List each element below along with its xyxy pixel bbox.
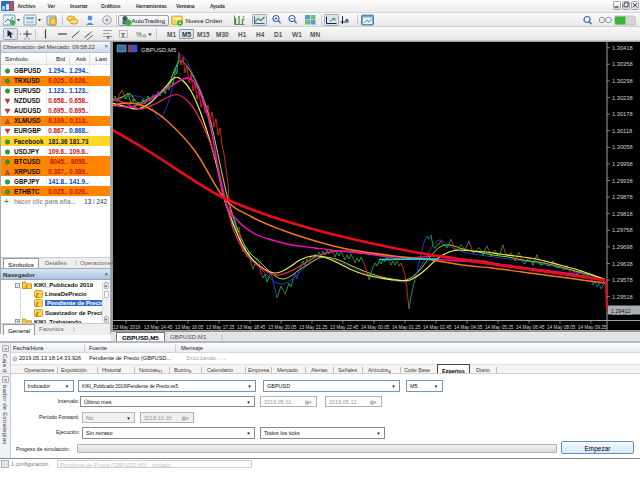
svg-text:1.29818: 1.29818	[612, 211, 633, 217]
svg-text:14 May 05:25: 14 May 05:25	[485, 325, 514, 330]
svg-text:1.30358: 1.30358	[612, 61, 633, 67]
svg-text:13 May 17:25: 13 May 17:25	[206, 325, 235, 330]
svg-text:T: T	[121, 32, 125, 38]
svg-text:1.29518: 1.29518	[612, 294, 633, 300]
svg-text:13 May 20:05: 13 May 20:05	[268, 325, 297, 330]
svg-text:13 May 21:25: 13 May 21:25	[299, 325, 328, 330]
svg-text:14 May 01:25: 14 May 01:25	[392, 325, 421, 330]
svg-text:%: %	[136, 31, 142, 38]
svg-text:13 May 22:45: 13 May 22:45	[330, 325, 359, 330]
svg-text:1.30058: 1.30058	[612, 144, 633, 150]
svg-text:14 May 04:05: 14 May 04:05	[454, 325, 483, 330]
svg-text:14 May 02:45: 14 May 02:45	[423, 325, 452, 330]
svg-text:1.29938: 1.29938	[612, 178, 633, 184]
svg-text:1.29638: 1.29638	[612, 261, 633, 267]
svg-text:GBPUSD,M5: GBPUSD,M5	[141, 47, 177, 53]
svg-text:14 May 06:45: 14 May 06:45	[516, 325, 545, 330]
svg-text:1.29998: 1.29998	[612, 161, 633, 167]
svg-text:1.29698: 1.29698	[612, 244, 633, 250]
svg-text:1.29758: 1.29758	[612, 227, 633, 233]
svg-text:14 May 09:25: 14 May 09:25	[578, 325, 607, 330]
svg-text:14 May 00:05: 14 May 00:05	[361, 325, 390, 330]
svg-text:1.30118: 1.30118	[612, 128, 632, 134]
svg-text:1.30298: 1.30298	[612, 78, 633, 84]
svg-text:1.29878: 1.29878	[612, 194, 633, 200]
svg-text:13 May 2019: 13 May 2019	[113, 325, 140, 330]
svg-text:1: 1	[242, 15, 245, 21]
svg-text:14 May 08:05: 14 May 08:05	[547, 325, 576, 330]
svg-text:1.30418: 1.30418	[612, 45, 633, 51]
svg-text:1.30178: 1.30178	[612, 111, 633, 117]
svg-text:1.29412: 1.29412	[611, 308, 631, 314]
svg-text:1.30238: 1.30238	[612, 95, 633, 101]
svg-text:1.29578: 1.29578	[612, 277, 633, 283]
svg-text:F: F	[107, 35, 110, 40]
svg-text:13 May 18:45: 13 May 18:45	[237, 325, 266, 330]
svg-text:13 May 16:05: 13 May 16:05	[175, 325, 204, 330]
svg-text:13 May 14:45: 13 May 14:45	[144, 325, 173, 330]
